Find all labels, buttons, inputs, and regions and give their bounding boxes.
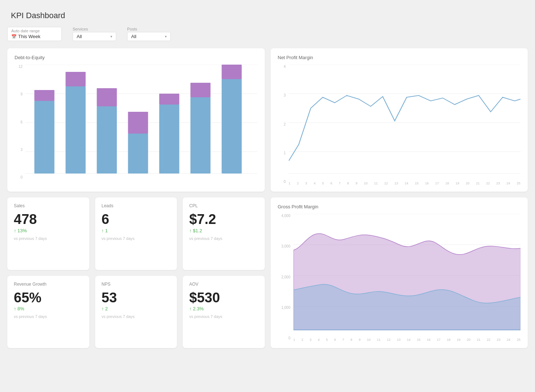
- nps-change: ↑ 2: [102, 306, 171, 311]
- nps-title: NPS: [102, 282, 171, 287]
- sales-change: ↑ 13%: [14, 228, 83, 233]
- date-range-filter: Auto date range 📅 This Week: [7, 27, 62, 41]
- revenue-growth-card: Revenue Growth 65% ↑ 8% vs previous 7 da…: [7, 276, 89, 348]
- gross-profit-x-labels: 12345 678910 1112131415 1617181920 21222…: [293, 338, 521, 342]
- svg-rect-8: [66, 72, 86, 86]
- leads-title: Leads: [102, 203, 171, 208]
- svg-rect-16: [190, 83, 210, 97]
- gross-profit-chart-area: 4,000 3,000 2,000 1,000 0: [278, 214, 521, 342]
- gross-profit-title: Gross Profit Margin: [278, 204, 521, 209]
- calendar-icon: 📅: [11, 34, 17, 39]
- svg-rect-17: [222, 79, 242, 173]
- nps-value: 53: [102, 290, 171, 306]
- cpl-value: $7.2: [189, 212, 258, 227]
- cpl-card: CPL $7.2 ↑ $1.2 vs previous 7 days: [183, 197, 265, 270]
- net-profit-x-labels: 12345 678910 1112131415 1617181920 21222…: [289, 181, 521, 185]
- revenue-growth-subtext: vs previous 7 days: [14, 314, 83, 319]
- svg-rect-13: [159, 105, 179, 173]
- sales-subtext: vs previous 7 days: [14, 236, 83, 241]
- gross-profit-y-axis: 4,000 3,000 2,000 1,000 0: [278, 214, 291, 342]
- gross-profit-svg: [293, 214, 521, 337]
- filter-bar: Auto date range 📅 This Week Services All…: [7, 27, 528, 41]
- kpi-grid: Sales 478 ↑ 13% vs previous 7 days Leads…: [7, 197, 265, 348]
- dashboard-container: KPI Dashboard Auto date range 📅 This Wee…: [7, 7, 528, 348]
- svg-rect-12: [128, 112, 148, 134]
- top-charts-row: Debt-to-Equity 12 9 6 3 0: [7, 48, 528, 192]
- leads-value: 6: [102, 212, 171, 227]
- aov-subtext: vs previous 7 days: [189, 314, 258, 319]
- net-profit-y-axis: 4 3 2 1 0: [278, 65, 286, 185]
- svg-rect-14: [159, 94, 179, 105]
- debt-equity-y-axis: 12 9 6 3 0: [15, 65, 23, 181]
- leads-subtext: vs previous 7 days: [102, 236, 171, 241]
- svg-rect-6: [35, 90, 54, 101]
- net-profit-title: Net Profit Margin: [278, 55, 521, 60]
- net-profit-chart: 12345 678910 1112131415 1617181920 21222…: [289, 65, 521, 185]
- svg-rect-9: [97, 106, 117, 173]
- svg-rect-18: [222, 65, 242, 79]
- debt-equity-chart-area: 12 9 6 3 0: [15, 65, 258, 181]
- date-range-label: Auto date range: [11, 29, 58, 33]
- nps-subtext: vs previous 7 days: [102, 314, 171, 319]
- posts-dropdown[interactable]: All ▾: [127, 32, 171, 41]
- net-profit-card: Net Profit Margin 4 3 2 1 0: [271, 48, 528, 192]
- svg-rect-15: [190, 97, 210, 173]
- services-label: Services: [73, 27, 116, 31]
- revenue-growth-change: ↑ 8%: [14, 306, 83, 311]
- gross-profit-chart: 12345 678910 1112131415 1617181920 21222…: [293, 214, 521, 342]
- revenue-growth-value: 65%: [14, 290, 83, 306]
- aov-title: AOV: [189, 282, 258, 287]
- leads-change: ↑ 1: [102, 228, 171, 233]
- net-profit-svg: [289, 65, 521, 181]
- aov-value: $530: [189, 290, 258, 306]
- net-profit-chart-area: 4 3 2 1 0: [278, 65, 521, 185]
- aov-card: AOV $530 ↑ 2.3% vs previous 7 days: [183, 276, 265, 348]
- posts-label: Posts: [127, 27, 171, 31]
- services-filter: Services All ▾: [73, 27, 116, 41]
- debt-equity-svg: [25, 65, 258, 181]
- sales-title: Sales: [14, 203, 83, 208]
- cpl-title: CPL: [189, 203, 258, 208]
- sales-card: Sales 478 ↑ 13% vs previous 7 days: [7, 197, 89, 270]
- services-dropdown[interactable]: All ▾: [73, 32, 116, 41]
- svg-rect-10: [97, 88, 117, 106]
- debt-equity-chart: [25, 65, 258, 181]
- nps-card: NPS 53 ↑ 2 vs previous 7 days: [95, 276, 177, 348]
- cpl-change: ↑ $1.2: [189, 228, 258, 233]
- cpl-subtext: vs previous 7 days: [189, 236, 258, 241]
- page-title: KPI Dashboard: [7, 7, 528, 20]
- posts-filter: Posts All ▾: [127, 27, 171, 41]
- svg-rect-5: [35, 101, 54, 173]
- bottom-section: Sales 478 ↑ 13% vs previous 7 days Leads…: [7, 197, 528, 348]
- date-range-box[interactable]: Auto date range 📅 This Week: [7, 27, 62, 41]
- svg-rect-7: [66, 86, 86, 173]
- revenue-growth-title: Revenue Growth: [14, 282, 83, 287]
- svg-rect-11: [128, 134, 148, 173]
- gross-profit-card: Gross Profit Margin 4,000 3,000 2,000 1,…: [271, 197, 528, 348]
- chevron-down-icon: ▾: [110, 34, 112, 38]
- leads-card: Leads 6 ↑ 1 vs previous 7 days: [95, 197, 177, 270]
- debt-equity-card: Debt-to-Equity 12 9 6 3 0: [7, 48, 265, 192]
- sales-value: 478: [14, 212, 83, 227]
- aov-change: ↑ 2.3%: [189, 306, 258, 311]
- date-range-value: 📅 This Week: [11, 34, 58, 39]
- debt-equity-title: Debt-to-Equity: [15, 55, 258, 60]
- chevron-down-icon-posts: ▾: [165, 34, 167, 38]
